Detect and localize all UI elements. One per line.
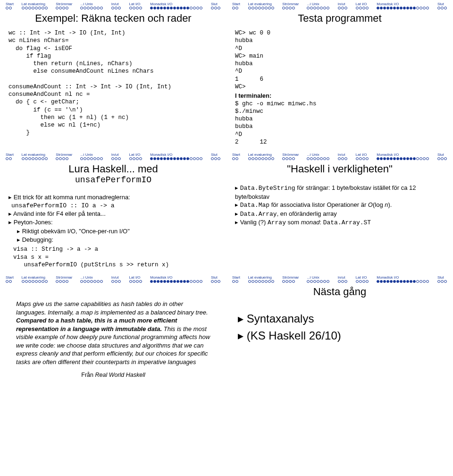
nav-dots	[248, 157, 275, 160]
nav-item[interactable]: ...i Unix	[307, 153, 330, 160]
nav-dots	[232, 157, 239, 160]
slide-title: Nästa gång	[230, 286, 449, 298]
nav-label: Strömmar	[56, 153, 72, 157]
nav-dots	[232, 7, 239, 9]
nav-item[interactable]: In/ut	[111, 153, 121, 160]
nav-dots	[211, 280, 221, 283]
nav-item[interactable]: Monadisk I/O	[150, 2, 203, 9]
nav-item[interactable]: Lat I/O	[129, 275, 143, 283]
nav-label: Monadisk I/O	[377, 153, 399, 157]
slide-title: "Haskell i verkligheten"	[230, 163, 449, 175]
nav-item[interactable]: Strömmar	[56, 275, 72, 283]
nav-label: Start	[6, 2, 14, 6]
nav-dots	[129, 280, 143, 283]
bullet-list: Syntaxanalys (KS Haskell 26/10)	[230, 312, 449, 342]
nav-label: In/ut	[111, 153, 119, 157]
nav-item[interactable]: Start	[232, 2, 240, 9]
nav-dots	[6, 280, 12, 283]
nav-item[interactable]: Lat I/O	[356, 275, 369, 283]
list-item: Data.Array, en oföränderlig array	[235, 210, 449, 219]
nav-item[interactable]: Lat evaluering	[22, 2, 48, 9]
bullet-list: Ett trick för att komma runt monadregler…	[4, 193, 223, 244]
nav-dots	[22, 7, 48, 9]
nav-item[interactable]: Strömmar	[56, 2, 72, 9]
nav-item[interactable]: Slut	[437, 2, 447, 9]
bullet-text: som	[286, 219, 301, 226]
nav-dots	[282, 157, 295, 160]
list-item: Peyton-Jones: Riktigt obekväm I/O, "Once…	[8, 218, 223, 244]
inline-code: unsafePerformIO :: IO a -> a	[11, 202, 223, 210]
nav-item[interactable]: Monadisk I/O	[150, 153, 203, 160]
nav-item[interactable]: Lat evaluering	[248, 153, 275, 160]
nav-item[interactable]: In/ut	[338, 153, 348, 160]
nav-dots	[80, 7, 103, 9]
nav-item[interactable]: Strömmar	[282, 153, 299, 160]
nav-dots	[232, 280, 239, 283]
nav-item[interactable]: Monadisk I/O	[377, 2, 429, 9]
nav-dots	[211, 157, 221, 160]
nav-item[interactable]: Slut	[211, 275, 221, 283]
nav-item[interactable]: Monadisk I/O	[150, 275, 203, 283]
nav-item[interactable]: Strömmar	[282, 2, 299, 9]
nav-dots	[111, 280, 121, 283]
nav-dots	[282, 7, 295, 9]
nav-item[interactable]: Slut	[211, 2, 221, 9]
nav-item[interactable]: ...i Unix	[307, 275, 330, 283]
nav-row: StartLat evalueringStrömmar...i UnixIn/u…	[232, 275, 447, 283]
nav-item[interactable]: Lat I/O	[129, 2, 143, 9]
list-item: Ett trick för att komma runt monadregler…	[8, 193, 223, 210]
nav-item[interactable]: Start	[232, 153, 240, 160]
nav-label: Monadisk I/O	[377, 275, 399, 280]
nav-dots	[56, 280, 69, 283]
inline-code: Data.ByteString	[240, 185, 295, 192]
nav-row: StartLat evalueringStrömmar...i UnixIn/u…	[6, 275, 221, 283]
nav-dots	[356, 7, 369, 9]
nav-dots	[80, 280, 103, 283]
nav-item[interactable]: Strömmar	[282, 275, 299, 283]
nav-label: Lat I/O	[129, 153, 141, 157]
nav-label: Lat I/O	[129, 2, 141, 6]
nav-item[interactable]: Strömmar	[56, 153, 72, 160]
nav-item[interactable]: ...i Unix	[307, 2, 330, 9]
nav-item[interactable]: Lat I/O	[356, 153, 369, 160]
list-item: Syntaxanalys	[238, 312, 449, 325]
nav-dots	[111, 157, 121, 160]
bullet-text: för associativa listor Operationer är	[269, 201, 368, 208]
nav-item[interactable]: In/ut	[111, 2, 121, 9]
nav-item[interactable]: Lat evaluering	[22, 275, 48, 283]
nav-item[interactable]: Lat I/O	[129, 153, 143, 160]
nav-item[interactable]: In/ut	[111, 275, 121, 283]
inline-code: Data.Array	[240, 211, 277, 218]
nav-label: ...i Unix	[307, 275, 319, 280]
nav-item[interactable]: Start	[6, 153, 14, 160]
nav-dots	[6, 7, 12, 9]
nav-item[interactable]: Monadisk I/O	[377, 275, 429, 283]
nav-item[interactable]: Lat evaluering	[248, 2, 275, 9]
nav-item[interactable]: Slut	[437, 153, 447, 160]
bullet-list: Data.ByteString för strängar: 1 byte/bok…	[230, 184, 449, 227]
nav-item[interactable]: ...i Unix	[80, 153, 103, 160]
nav-item[interactable]: Slut	[211, 153, 221, 160]
nav-item[interactable]: Start	[232, 275, 240, 283]
nav-item[interactable]: ...i Unix	[80, 2, 103, 9]
nav-item[interactable]: Lat evaluering	[22, 153, 48, 160]
nav-label: Slut	[437, 153, 444, 157]
nav-item[interactable]: Slut	[437, 275, 447, 283]
list-item: Data.ByteString för strängar: 1 byte/bok…	[235, 184, 449, 201]
bullet-text: ).	[388, 201, 392, 208]
nav-item[interactable]: In/ut	[338, 275, 348, 283]
nav-item[interactable]: In/ut	[338, 2, 348, 9]
nav-item[interactable]: Start	[6, 2, 14, 9]
nav-item[interactable]: Lat evaluering	[248, 275, 275, 283]
nav-item[interactable]: Start	[6, 275, 14, 283]
bullet-text: (log	[373, 201, 385, 208]
nav-item[interactable]: Monadisk I/O	[377, 153, 429, 160]
nav-label: Monadisk I/O	[150, 153, 172, 157]
nav-item[interactable]: ...i Unix	[80, 275, 103, 283]
slide-2: StartLat evalueringStrömmar...i UnixIn/u…	[226, 0, 453, 151]
nav-item[interactable]: Lat I/O	[356, 2, 369, 9]
nav-row: StartLat evalueringStrömmar...i UnixIn/u…	[232, 153, 447, 160]
nav-label: Lat evaluering	[22, 275, 45, 280]
nav-dots	[307, 7, 330, 9]
code-block: visa :: String -> a -> a visa s x = unsa…	[13, 246, 218, 269]
